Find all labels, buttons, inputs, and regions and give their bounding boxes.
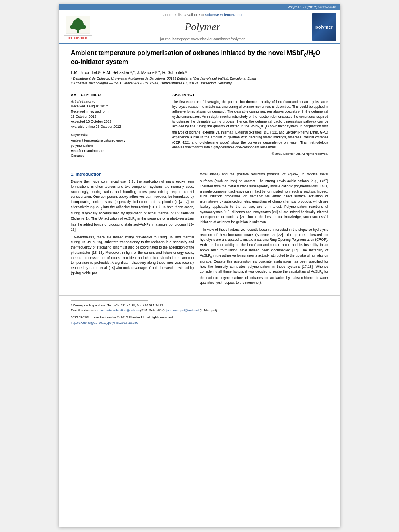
abstract-column: ABSTRACT The first example of leveraging… — [172, 90, 328, 158]
main-content-section: 1. Introduction Despite their wide comme… — [59, 168, 340, 291]
section-number: 1. — [71, 172, 76, 177]
available-online: Available online 23 October 2012 — [71, 125, 167, 129]
section-divider — [59, 166, 340, 166]
keyword-1: Ambient temperature cationic epoxy — [71, 138, 167, 143]
email1-link[interactable]: rosemaria.sebastian@uab.es — [97, 308, 139, 312]
intro-para-3: formulations) and the positive reduction… — [200, 172, 328, 225]
keyword-3: Hexafluoroantimonate — [71, 148, 167, 154]
authors-text: L.M. Broomfieldᵃ, R.M. Sebastiánᵃ,*, J. … — [71, 70, 187, 75]
article-body: Ambient temperature polymerisation of ox… — [59, 44, 340, 163]
abstract-text: The first example of leveraging the pote… — [172, 99, 328, 150]
journal-header: ELSEVIER Contents lists available at Sci… — [59, 10, 340, 44]
article-history-label: Article history: — [71, 99, 167, 103]
copyright-notice: © 2012 Elsevier Ltd. All rights reserved… — [172, 152, 328, 156]
intro-body-left: Despite their wide commercial use [1,2],… — [71, 179, 194, 275]
keywords-label: Keywords: — [71, 133, 167, 137]
affiliation-a: ᵃ Department de Química, Universitat Aut… — [71, 76, 328, 81]
received-revised-label: Received in revised form — [71, 109, 167, 114]
keyword-2: polymerisation — [71, 143, 167, 148]
article-info-heading: ARTICLE INFO — [71, 93, 167, 97]
article-title: Ambient temperature polymerisation of ox… — [71, 49, 328, 66]
elsevier-brand-text: ELSEVIER — [68, 37, 88, 40]
polymer-logo: polymer — [312, 13, 336, 41]
main-left-column: 1. Introduction Despite their wide comme… — [71, 172, 194, 288]
svg-point-3 — [70, 25, 76, 29]
keyword-4: Oxiranes — [71, 153, 167, 158]
email-line: E-mail addresses: rosemaria.sebastian@ua… — [71, 308, 328, 313]
polymer-logo-text: polymer — [315, 25, 333, 29]
sciverse-line: Contents lists available at SciVerse Sci… — [97, 13, 308, 17]
footer-divider — [71, 300, 148, 301]
polymer-logo-box: polymer — [311, 13, 337, 41]
authors-line: L.M. Broomfieldᵃ, R.M. Sebastiánᵃ,*, J. … — [71, 70, 328, 75]
corresponding-author-note: * Corresponding authors. Tel.: +34 581 4… — [71, 303, 328, 308]
journal-info-center: Contents lists available at SciVerse Sci… — [97, 13, 308, 41]
journal-name-display: Polymer — [97, 21, 308, 33]
intro-para-4: In view of these factors, we recently be… — [200, 227, 328, 286]
contents-available-text: Contents lists available at — [162, 13, 205, 17]
email-label: E-mail addresses: — [71, 308, 97, 312]
doi-link[interactable]: http://dx.doi.org/10.1016/j.polymer.2012… — [71, 321, 138, 325]
elsevier-logo-area: ELSEVIER — [62, 13, 94, 41]
email2-person: (J. Marquet). — [200, 308, 218, 312]
revised-date: 15 October 2012 — [71, 115, 167, 119]
corresponding-note-text: * Corresponding authors. Tel.: +34 581 4… — [71, 304, 164, 307]
homepage-line: journal homepage: www.elsevier.com/locat… — [97, 37, 308, 41]
intro-body-right: formulations) and the positive reduction… — [200, 172, 328, 286]
abstract-heading: ABSTRACT — [172, 93, 328, 97]
svg-point-5 — [76, 18, 80, 21]
svg-point-4 — [80, 25, 86, 29]
top-bar: Polymer 53 (2012) 5632–5640 — [59, 4, 340, 10]
elsevier-logo-img — [64, 14, 92, 36]
affiliation-b: ᵇ Adhesive Technologies — R&D, Henkel AG… — [71, 81, 328, 86]
email1-person: (R.M. Sebastián), — [140, 308, 165, 312]
received-date: Received 3 August 2012 — [71, 104, 167, 109]
section-title-text: Introduction — [76, 172, 101, 177]
elsevier-tree-icon — [66, 16, 90, 34]
footer-section: * Corresponding authors. Tel.: +34 581 4… — [59, 295, 340, 327]
doi-line[interactable]: http://dx.doi.org/10.1016/j.polymer.2012… — [71, 320, 328, 325]
email2-link[interactable]: jordi.marquet@uab.cat — [166, 308, 199, 312]
intro-para-1: Despite their wide commercial use [1,2],… — [71, 179, 194, 232]
main-right-column: formulations) and the positive reduction… — [200, 172, 328, 288]
sciverse-link[interactable]: SciVerse ScienceDirect — [205, 13, 243, 17]
affiliations: ᵃ Department de Química, Universitat Aut… — [71, 76, 328, 86]
accepted-date: Accepted 16 October 2012 — [71, 119, 167, 124]
introduction-heading: 1. Introduction — [71, 172, 194, 177]
intro-para-2: Nevertheless, there are indeed many draw… — [71, 235, 194, 276]
article-info-column: ARTICLE INFO Article history: Received 3… — [71, 90, 167, 158]
journal-reference: Polymer 53 (2012) 5632–5640 — [287, 5, 336, 9]
article-page: Polymer 53 (2012) 5632–5640 — [59, 4, 340, 527]
article-info-abstract-section: ARTICLE INFO Article history: Received 3… — [71, 90, 328, 158]
issn-line: 0032-3861/$ — see front matter © 2012 El… — [71, 315, 328, 320]
